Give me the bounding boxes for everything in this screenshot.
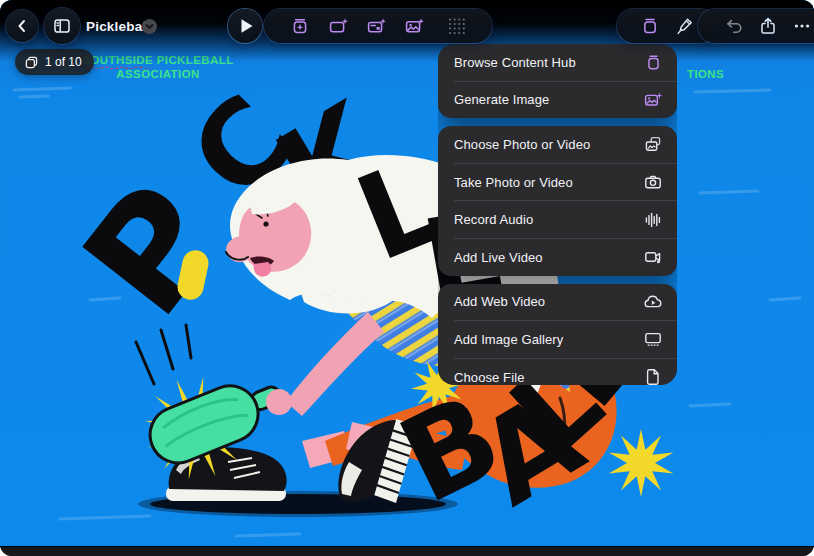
live-video-icon	[643, 247, 663, 267]
sidebar-icon	[51, 15, 73, 37]
ipad-screen: P C K	[0, 0, 814, 556]
camera-icon	[643, 172, 663, 192]
slide-navigator-button[interactable]	[44, 8, 80, 44]
content-hub-icon	[643, 52, 663, 72]
page-indicator-label: 1 of 10	[45, 55, 82, 69]
slides-copy-icon	[24, 55, 39, 70]
generate-image-icon	[643, 90, 663, 110]
menu-item-add-image-gallery[interactable]: Add Image Gallery	[454, 320, 677, 358]
actions-pill	[698, 9, 814, 43]
undo-icon	[724, 16, 744, 36]
media-toolbar-pill	[264, 9, 492, 43]
pickleball-illustration: P C K	[0, 0, 814, 547]
spellcheck-underline	[86, 66, 150, 69]
chevron-down-icon	[144, 21, 155, 32]
menu-item-choose-file[interactable]: Choose File	[454, 358, 677, 385]
slide-heading-right-fragment[interactable]: TIONS	[687, 67, 724, 81]
web-video-icon	[643, 292, 663, 312]
menu-item-take-photo[interactable]: Take Photo or Video	[454, 163, 677, 201]
file-icon	[643, 367, 663, 385]
back-button[interactable]	[6, 10, 38, 42]
add-text-slide-button[interactable]	[365, 15, 387, 37]
add-slide-button[interactable]	[327, 15, 349, 37]
play-icon	[228, 9, 262, 43]
undo-button[interactable]	[724, 16, 744, 36]
more-button[interactable]	[792, 16, 812, 36]
content-jar-icon	[640, 16, 660, 36]
audio-waveform-icon	[643, 210, 663, 230]
menu-item-add-live-video[interactable]: Add Live Video	[454, 238, 677, 276]
menu-item-record-audio[interactable]: Record Audio	[454, 200, 677, 238]
page-indicator-badge[interactable]: 1 of 10	[15, 49, 94, 75]
share-icon	[758, 16, 778, 36]
share-button[interactable]	[758, 16, 778, 36]
title-menu-button[interactable]	[142, 19, 157, 34]
image-gallery-icon	[643, 329, 663, 349]
more-insert-options-button[interactable]	[447, 16, 467, 36]
slide-canvas[interactable]: P C K	[0, 0, 814, 547]
menu-group-capture: Choose Photo or Video Take Photo or Vide…	[438, 126, 677, 275]
add-image-button[interactable]	[403, 15, 425, 37]
menu-item-add-web-video[interactable]: Add Web Video	[438, 284, 677, 321]
menu-group-import: Add Web Video Add Image Gallery	[438, 284, 677, 385]
draw-button[interactable]	[674, 16, 695, 37]
dots-grid-icon	[447, 16, 467, 36]
ellipsis-icon	[792, 16, 812, 36]
document-title[interactable]: Pickleball	[86, 0, 150, 52]
menu-item-choose-photo[interactable]: Choose Photo or Video	[438, 126, 677, 163]
content-hub-button[interactable]	[289, 15, 311, 37]
bottom-bezel-bar	[0, 546, 814, 556]
menu-item-generate-image[interactable]: Generate Image	[454, 81, 677, 119]
chevron-left-icon	[12, 16, 32, 36]
menu-group-generate: Browse Content Hub Generate Image	[438, 44, 677, 118]
play-button[interactable]	[228, 9, 262, 43]
insert-media-menu: Browse Content Hub Generate Image	[438, 44, 677, 385]
menu-item-browse-content-hub[interactable]: Browse Content Hub	[438, 44, 677, 81]
photos-icon	[643, 134, 663, 154]
media-browser-button[interactable]	[640, 16, 660, 36]
marker-icon	[674, 16, 695, 37]
